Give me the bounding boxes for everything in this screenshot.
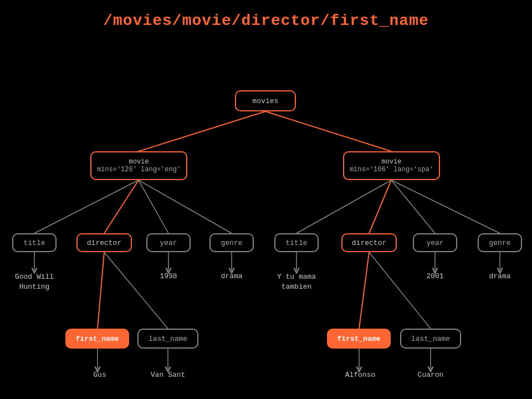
genre1-node: genre <box>209 233 254 252</box>
firstname1-label: first_name <box>75 335 119 343</box>
director1-node: director <box>76 233 132 252</box>
svg-line-17 <box>104 252 168 329</box>
title2-value: Y tu mamatambien <box>274 272 319 292</box>
lastname1-node: last_name <box>137 329 198 349</box>
svg-line-4 <box>139 180 168 233</box>
director2-label: director <box>352 239 386 247</box>
year2-value: 2001 <box>413 272 457 280</box>
svg-line-16 <box>98 252 104 329</box>
year1-node: year <box>146 233 191 252</box>
svg-line-2 <box>34 180 139 233</box>
title2-label: title <box>285 239 307 247</box>
title1-value: Good WillHunting <box>12 272 57 292</box>
lastname2-label: last_name <box>411 335 450 343</box>
svg-line-6 <box>296 180 391 233</box>
genre1-label: genre <box>221 239 242 247</box>
svg-line-8 <box>391 180 435 233</box>
title1-label: title <box>23 239 45 247</box>
svg-line-3 <box>104 180 139 233</box>
lastname1-label: last_name <box>149 335 187 343</box>
year1-value: 1998 <box>146 272 191 280</box>
title1-node: title <box>12 233 57 252</box>
director2-node: director <box>341 233 397 252</box>
svg-line-0 <box>139 111 265 151</box>
genre1-value: drama <box>209 272 254 280</box>
svg-line-1 <box>265 111 391 151</box>
movie1-label: moviemins='126' lang='eng' <box>97 158 181 173</box>
firstname2-node: first_name <box>327 329 391 349</box>
svg-line-18 <box>359 252 369 329</box>
genre2-node: genre <box>478 233 522 252</box>
ln2-value: Cuaron <box>406 371 456 379</box>
genre2-label: genre <box>489 239 510 247</box>
movie2-label: moviemins='106' lang='spa' <box>350 158 433 173</box>
fn2-value: Alfonso <box>338 371 382 379</box>
year2-node: year <box>413 233 457 252</box>
movies-label: movies <box>253 97 279 105</box>
title2-node: title <box>274 233 319 252</box>
fn1-value: Gus <box>78 371 122 379</box>
tree-diagram: movies moviemins='126' lang='eng' moviem… <box>0 35 532 395</box>
genre2-value: drama <box>478 272 522 280</box>
movie2-node: moviemins='106' lang='spa' <box>343 151 440 180</box>
lastname2-node: last_name <box>400 329 461 349</box>
firstname2-label: first_name <box>337 335 380 343</box>
svg-line-19 <box>369 252 431 329</box>
movies-node: movies <box>235 90 296 111</box>
movie1-node: moviemins='126' lang='eng' <box>90 151 187 180</box>
year1-label: year <box>160 239 177 247</box>
svg-line-7 <box>369 180 391 233</box>
firstname1-node: first_name <box>65 329 129 349</box>
director1-label: director <box>87 239 121 247</box>
ln1-value: Van Sant <box>143 371 193 379</box>
page-title: /movies/movie/director/first_name <box>0 0 532 29</box>
svg-line-5 <box>139 180 232 233</box>
svg-line-9 <box>391 180 500 233</box>
year2-label: year <box>426 239 443 247</box>
